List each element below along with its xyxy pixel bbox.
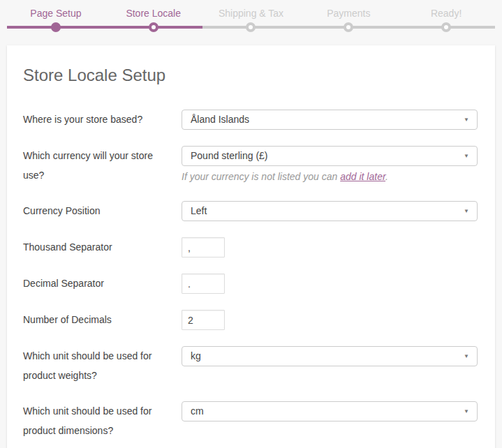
field-weight-unit: Which unit should be used for product we… bbox=[23, 346, 478, 385]
selected-value: Åland Islands bbox=[191, 114, 249, 125]
setup-card: Store Locale Setup Where is your store b… bbox=[7, 45, 495, 448]
field-decimal-separator: Decimal Separator bbox=[23, 274, 478, 294]
field-thousand-separator: Thousand Separator bbox=[23, 237, 478, 257]
thousand-separator-label: Thousand Separator bbox=[23, 237, 182, 257]
field-currency: Which currency will your store use? Poun… bbox=[23, 146, 478, 185]
thousand-separator-input[interactable] bbox=[182, 237, 225, 257]
field-currency-position: Currency Position Left ▼ bbox=[23, 201, 478, 221]
currency-label: Which currency will your store use? bbox=[23, 146, 182, 185]
field-number-of-decimals: Number of Decimals bbox=[23, 310, 478, 330]
page-title: Store Locale Setup bbox=[23, 45, 478, 86]
step-store-locale: Store Locale bbox=[105, 0, 202, 29]
add-it-later-link[interactable]: add it later bbox=[340, 171, 385, 182]
field-dimension-unit: Which unit should be used for product di… bbox=[23, 401, 478, 440]
number-of-decimals-input[interactable] bbox=[182, 310, 225, 330]
selected-value: Left bbox=[191, 205, 207, 216]
step-label: Store Locale bbox=[126, 8, 181, 19]
weight-unit-select[interactable]: kg ▼ bbox=[182, 346, 478, 366]
step-dot bbox=[246, 22, 256, 32]
dimension-unit-select[interactable]: cm ▼ bbox=[182, 401, 478, 421]
currency-position-select[interactable]: Left ▼ bbox=[182, 201, 478, 221]
step-label: Ready! bbox=[431, 8, 462, 19]
selected-value: Pound sterling (£) bbox=[191, 150, 268, 161]
step-label: Payments bbox=[327, 8, 370, 19]
step-payments: Payments bbox=[300, 0, 397, 29]
chevron-down-icon: ▼ bbox=[464, 110, 469, 129]
number-of-decimals-label: Number of Decimals bbox=[23, 310, 182, 329]
step-label: Page Setup bbox=[30, 8, 81, 19]
store-location-label: Where is your store based? bbox=[23, 110, 182, 129]
step-label: Shipping & Tax bbox=[219, 8, 283, 19]
selected-value: cm bbox=[191, 405, 204, 417]
step-ready: Ready! bbox=[397, 0, 495, 29]
store-locale-form: Where is your store based? Åland Islands… bbox=[23, 110, 478, 440]
setup-steps: Page Setup Store Locale Shipping & Tax P… bbox=[7, 0, 495, 29]
step-dot bbox=[51, 22, 61, 32]
currency-select[interactable]: Pound sterling (£) ▼ bbox=[182, 146, 478, 166]
decimal-separator-label: Decimal Separator bbox=[23, 274, 182, 293]
currency-position-label: Currency Position bbox=[23, 201, 182, 221]
decimal-separator-input[interactable] bbox=[182, 274, 225, 294]
step-dot bbox=[344, 22, 353, 32]
store-location-select[interactable]: Åland Islands ▼ bbox=[182, 110, 478, 130]
step-dot bbox=[149, 22, 158, 32]
chevron-down-icon: ▼ bbox=[464, 147, 469, 165]
field-store-location: Where is your store based? Åland Islands… bbox=[23, 110, 478, 130]
currency-help-text: If your currency is not listed you can a… bbox=[182, 172, 478, 182]
chevron-down-icon: ▼ bbox=[464, 402, 469, 421]
chevron-down-icon: ▼ bbox=[464, 347, 469, 366]
step-page-setup: Page Setup bbox=[7, 0, 105, 29]
step-dot bbox=[441, 22, 451, 32]
step-shipping-tax: Shipping & Tax bbox=[202, 0, 300, 29]
chevron-down-icon: ▼ bbox=[464, 202, 469, 221]
weight-unit-label: Which unit should be used for product we… bbox=[23, 346, 182, 385]
dimension-unit-label: Which unit should be used for product di… bbox=[23, 401, 182, 440]
selected-value: kg bbox=[191, 350, 201, 361]
